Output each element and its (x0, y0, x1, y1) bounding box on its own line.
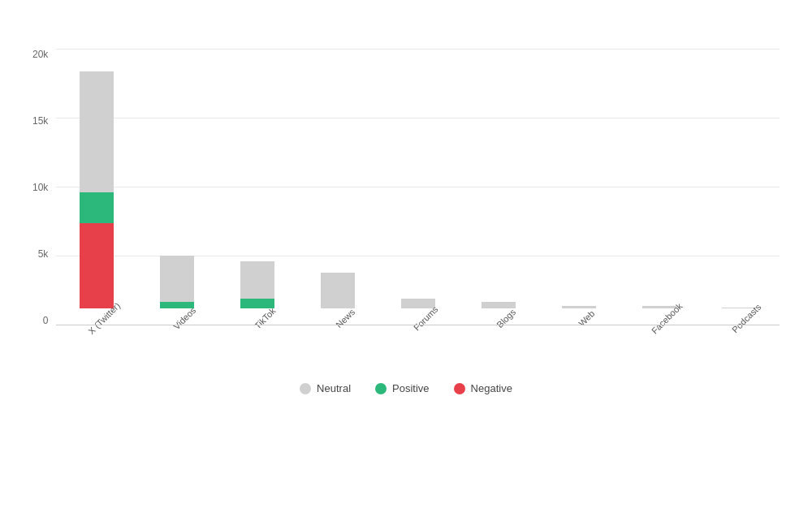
y-axis-label: 15k (32, 116, 48, 126)
bar-stack (321, 273, 355, 308)
legend-item: Neutral (300, 382, 351, 394)
bar-stack (240, 261, 274, 308)
legend-dot (300, 383, 311, 394)
bar-label: Facebook (646, 298, 687, 339)
bar-segment-neutral (160, 256, 194, 301)
bar-stack (160, 256, 194, 308)
bars-section: X (Twitter)VideosTikTokNewsForumsBlogsWe… (56, 49, 780, 325)
legend: NeutralPositiveNegative (32, 382, 780, 394)
bar-group: Videos (136, 256, 217, 325)
bar-group: Facebook (619, 306, 699, 325)
bar-segment-neutral (240, 261, 274, 299)
bar-group: Forums (378, 299, 458, 325)
bar-label: Web (565, 298, 607, 339)
bar-segment-neutral (321, 273, 355, 308)
legend-dot (375, 383, 387, 394)
bar-group: Web (538, 306, 619, 325)
chart-container: 20k15k10k5k0 X (Twitter)VideosTikTokNews… (32, 49, 780, 394)
bar-stack (80, 71, 114, 308)
bar-segment-neutral (80, 71, 114, 193)
y-axis-label: 5k (38, 249, 49, 259)
legend-item: Positive (375, 382, 430, 394)
legend-dot (454, 383, 465, 394)
y-axis-label: 0 (43, 316, 49, 325)
bar-label: Podcasts (726, 298, 767, 339)
legend-label: Positive (392, 382, 430, 394)
bar-group: TikTok (217, 261, 297, 325)
y-axis: 20k15k10k5k0 (32, 50, 56, 325)
bar-segment-positive (80, 192, 114, 222)
legend-label: Negative (471, 382, 512, 394)
chart-area: 20k15k10k5k0 X (Twitter)VideosTikTokNews… (32, 49, 780, 325)
bar-segment-negative (80, 223, 114, 308)
bar-group: News (297, 273, 378, 325)
bar-group: Podcasts (699, 308, 780, 325)
bars-wrapper: X (Twitter)VideosTikTokNewsForumsBlogsWe… (56, 49, 780, 325)
y-axis-label: 10k (32, 183, 48, 192)
bar-group: X (Twitter) (56, 71, 136, 325)
legend-item: Negative (454, 382, 512, 394)
legend-label: Neutral (317, 382, 351, 394)
bar-group: Blogs (458, 302, 538, 325)
y-axis-label: 20k (32, 50, 48, 59)
x-axis-line (56, 325, 780, 325)
